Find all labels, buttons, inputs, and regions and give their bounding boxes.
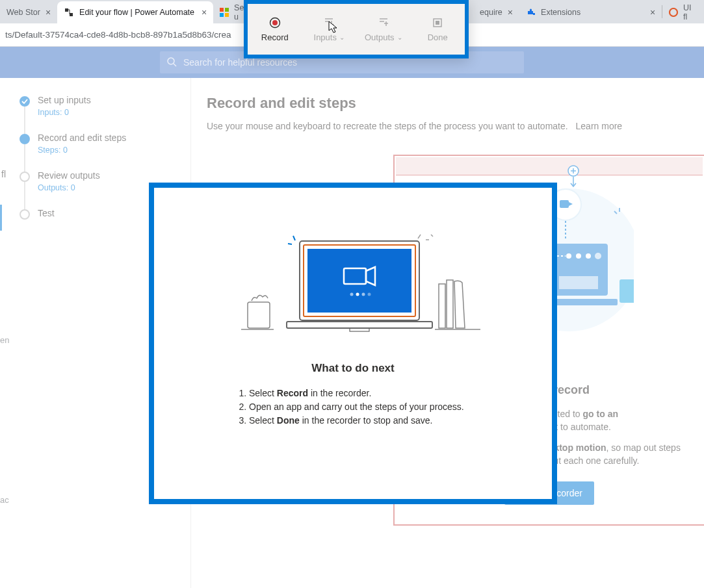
- close-icon[interactable]: ×: [508, 7, 513, 18]
- svg-rect-4: [220, 13, 224, 17]
- record-label: Record: [261, 32, 289, 42]
- record-icon: [269, 17, 281, 29]
- svg-point-20: [566, 253, 571, 259]
- step-title: Test: [38, 208, 55, 218]
- svg-rect-1: [70, 13, 73, 16]
- check-icon: [20, 96, 30, 107]
- step-sub: Steps: 0: [38, 146, 126, 155]
- close-icon[interactable]: ×: [202, 7, 207, 18]
- outputs-label: Outputs: [365, 32, 395, 42]
- svg-rect-15: [560, 200, 569, 208]
- svg-point-34: [356, 293, 359, 296]
- dot-icon: [20, 172, 30, 182]
- svg-point-45: [272, 20, 278, 25]
- step-record-edit[interactable]: Record and edit steps Steps: 0: [20, 133, 190, 170]
- stop-icon: [432, 17, 443, 29]
- page-description: Use your mouse and keyboard to recreate …: [207, 121, 688, 131]
- dot-icon: [20, 209, 30, 220]
- flow-icon: [64, 7, 74, 18]
- inputs-icon: [323, 17, 335, 29]
- outputs-icon: [378, 17, 389, 29]
- search-input[interactable]: [183, 57, 517, 68]
- sidebar-nav-clip: en: [0, 335, 9, 345]
- svg-rect-27: [619, 279, 634, 303]
- modal-step-3: Select Done in the recorder to stop and …: [249, 414, 489, 428]
- chevron-down-icon: ⌄: [397, 34, 402, 41]
- recorder-toolbar: Record Inputs⌄ Outputs⌄ Done: [244, 0, 469, 58]
- extension-icon: [525, 7, 536, 18]
- svg-rect-37: [287, 322, 432, 328]
- inputs-label: Inputs: [314, 32, 337, 42]
- edge-icon: [669, 7, 678, 18]
- svg-point-36: [368, 293, 371, 296]
- tab-label: equire: [480, 8, 502, 17]
- modal-heading: What to do next: [171, 362, 535, 375]
- step-title: Review outputs: [38, 170, 100, 181]
- svg-point-22: [586, 253, 591, 259]
- done-label: Done: [428, 32, 448, 42]
- svg-rect-3: [225, 8, 229, 12]
- sidebar-text-clip: fl: [1, 169, 6, 179]
- step-title: Record and edit steps: [38, 133, 126, 143]
- svg-point-35: [362, 293, 365, 296]
- svg-rect-5: [225, 13, 229, 17]
- svg-rect-41: [439, 284, 445, 328]
- step-title: Set up inputs: [38, 95, 91, 105]
- svg-point-21: [576, 253, 581, 259]
- modal-step-1: Select Record in the recorder.: [249, 387, 489, 400]
- svg-rect-31: [307, 249, 411, 313]
- svg-point-7: [168, 58, 174, 64]
- tab-extensions[interactable]: Extensions ×: [519, 1, 662, 23]
- svg-rect-26: [559, 276, 598, 289]
- step-indicator-bar: [0, 205, 2, 231]
- step-sub: Inputs: 0: [38, 108, 91, 117]
- step-set-up-inputs[interactable]: Set up inputs Inputs: 0: [20, 95, 190, 133]
- ms-icon: [220, 7, 229, 18]
- learn-more-link[interactable]: Learn more: [576, 121, 623, 131]
- tab-edit-flow[interactable]: Edit your flow | Power Automate ×: [57, 1, 213, 23]
- record-button[interactable]: Record: [248, 4, 302, 55]
- tab-web-store[interactable]: Web Stor ×: [0, 1, 57, 23]
- chevron-down-icon: ⌄: [339, 34, 345, 41]
- step-sub: Outputs: 0: [38, 183, 100, 192]
- done-button[interactable]: Done: [411, 4, 465, 55]
- svg-rect-42: [447, 280, 453, 328]
- inputs-button[interactable]: Inputs⌄: [302, 4, 357, 55]
- svg-rect-0: [65, 8, 68, 12]
- tab-label: Edit your flow | Power Automate: [79, 8, 194, 17]
- tab-label: Extensions: [541, 8, 580, 17]
- tab-ui-fl[interactable]: UI fl: [662, 1, 701, 23]
- what-to-do-next-modal: What to do next Select Record in the rec…: [149, 183, 557, 504]
- modal-illustration: [171, 205, 535, 348]
- card-header-stripe: [396, 157, 703, 175]
- sidebar-nav-clip2: ac: [0, 495, 9, 505]
- svg-rect-39: [248, 302, 270, 328]
- svg-rect-2: [220, 8, 224, 12]
- modal-step-2: Open an app and carry out the steps of y…: [249, 400, 489, 414]
- close-icon[interactable]: ×: [46, 7, 51, 18]
- svg-point-23: [595, 253, 601, 259]
- outputs-button[interactable]: Outputs⌄: [356, 4, 411, 55]
- svg-point-33: [350, 293, 354, 296]
- close-icon[interactable]: ×: [650, 7, 655, 18]
- tab-label: Web Stor: [7, 8, 40, 17]
- search-icon: [166, 57, 177, 69]
- tab-require[interactable]: equire ×: [473, 1, 519, 23]
- tab-label: UI fl: [683, 3, 695, 21]
- svg-line-8: [174, 64, 176, 66]
- dot-icon: [20, 134, 30, 144]
- modal-steps-list: Select Record in the recorder. Open an a…: [171, 387, 535, 428]
- svg-rect-54: [436, 21, 439, 25]
- page-title: Record and edit steps: [207, 95, 688, 112]
- svg-point-6: [670, 8, 677, 16]
- address-text: ts/Default-37574ca4-cde8-4d8b-bcb8-897b1…: [5, 30, 231, 40]
